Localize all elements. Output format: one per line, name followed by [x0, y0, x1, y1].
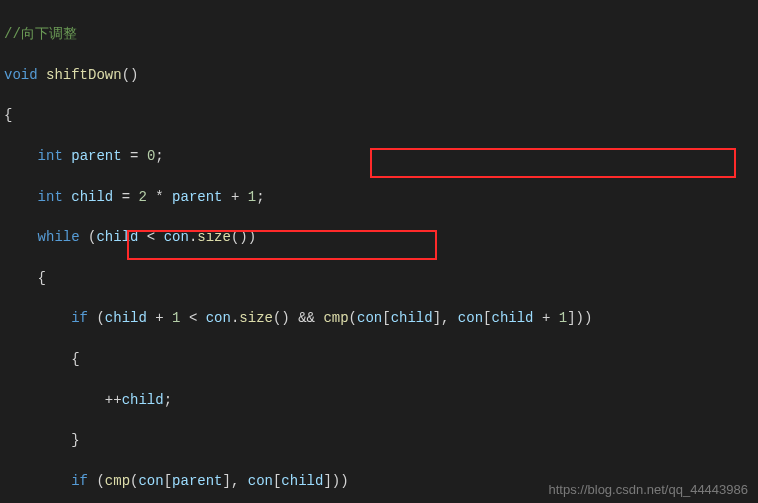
ident-child: child	[96, 229, 138, 245]
op: ++	[105, 392, 122, 408]
code-line: {	[4, 105, 758, 125]
watermark-text: https://blog.csdn.net/qq_44443986	[549, 482, 749, 497]
ident-child: child	[122, 392, 164, 408]
ident-child: child	[281, 473, 323, 489]
op: +	[231, 189, 239, 205]
num: 1	[559, 310, 567, 326]
ident-parent: parent	[172, 189, 222, 205]
op: *	[155, 189, 163, 205]
ident-child: child	[71, 189, 113, 205]
ident-child: child	[391, 310, 433, 326]
ident-child: child	[105, 310, 147, 326]
code-line: //向下调整	[4, 24, 758, 44]
op: =	[122, 189, 130, 205]
op: =	[130, 148, 138, 164]
keyword-int: int	[38, 189, 63, 205]
op: <	[147, 229, 155, 245]
op: +	[155, 310, 163, 326]
op: &&	[298, 310, 315, 326]
code-line: if (child + 1 < con.size() && cmp(con[ch…	[4, 308, 758, 328]
comment-text: //向下调整	[4, 26, 77, 42]
code-line: {	[4, 268, 758, 288]
num: 1	[248, 189, 256, 205]
fn-size: size	[197, 229, 231, 245]
op: <	[189, 310, 197, 326]
code-line: int child = 2 * parent + 1;	[4, 187, 758, 207]
keyword-int: int	[38, 148, 63, 164]
keyword-while: while	[38, 229, 80, 245]
ident-child: child	[491, 310, 533, 326]
ident-con: con	[458, 310, 483, 326]
code-line: while (child < con.size())	[4, 227, 758, 247]
ident-con: con	[248, 473, 273, 489]
ident-parent: parent	[71, 148, 121, 164]
ident-con: con	[138, 473, 163, 489]
num: 1	[172, 310, 180, 326]
fn-size: size	[239, 310, 273, 326]
code-line: ++child;	[4, 390, 758, 410]
code-line: }	[4, 430, 758, 450]
ident-con: con	[164, 229, 189, 245]
fn-cmp: cmp	[105, 473, 130, 489]
function-name: shiftDown	[46, 67, 122, 83]
keyword-if: if	[71, 473, 88, 489]
num: 2	[138, 189, 146, 205]
ident-con: con	[357, 310, 382, 326]
op: +	[542, 310, 550, 326]
fn-cmp: cmp	[323, 310, 348, 326]
code-editor: //向下调整 void shiftDown() { int parent = 0…	[0, 0, 758, 503]
ident-parent: parent	[172, 473, 222, 489]
keyword-void: void	[4, 67, 38, 83]
ident-con: con	[206, 310, 231, 326]
code-line: int parent = 0;	[4, 146, 758, 166]
keyword-if: if	[71, 310, 88, 326]
code-line: void shiftDown()	[4, 65, 758, 85]
code-line: {	[4, 349, 758, 369]
